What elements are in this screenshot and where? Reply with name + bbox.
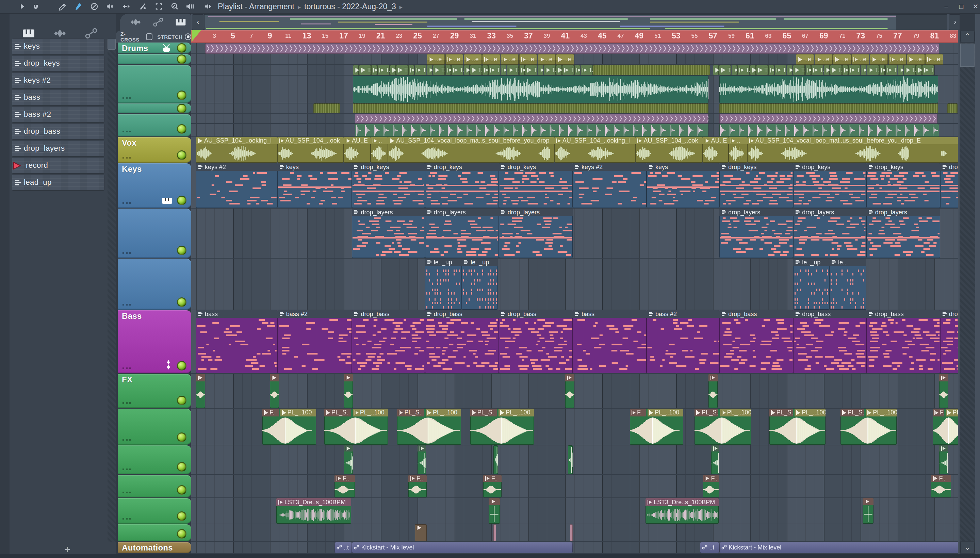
playlist-clip-vox[interactable]: AU_SSP_104_..ook	[277, 137, 344, 162]
track-mute-led[interactable]	[177, 462, 187, 471]
select-brackets-icon[interactable]	[154, 2, 164, 11]
playlist-clip-hit[interactable]	[489, 498, 500, 524]
playlist-clip-tthin[interactable]	[427, 65, 432, 75]
scroll-up-button[interactable]: ⌃	[960, 31, 975, 42]
playlist-clip-midi[interactable]: bass #2	[277, 310, 352, 373]
track-mute-led[interactable]	[177, 485, 187, 495]
playlist-clip-tthin[interactable]	[713, 65, 719, 75]
playlist-clip-olive[interactable]: ..e	[833, 54, 851, 65]
track-header-keys[interactable]: Keys	[118, 163, 191, 208]
playlist-clip-midi[interactable]: bass #2	[647, 310, 719, 373]
playlist-clip-twide[interactable]: T..	[378, 65, 389, 75]
pattern-item-record[interactable]: record	[12, 158, 104, 173]
pattern-item-bass-2[interactable]: bass #2	[12, 107, 104, 122]
vertical-scrollbar-thumb[interactable]	[960, 44, 975, 67]
track-mute-led[interactable]	[177, 511, 187, 521]
playlist-clip-tthin[interactable]	[408, 65, 414, 75]
playlist-clip-riser[interactable]: PL_S.PL_..100	[694, 409, 751, 445]
maximize-button[interactable]: □	[955, 2, 967, 11]
playlist-clip-twide[interactable]: T..	[525, 65, 537, 75]
playlist-clip-olive[interactable]: ..e	[851, 54, 869, 65]
playlist-clip-stripe[interactable]	[947, 103, 957, 113]
playlist-clip-pink[interactable]	[570, 524, 573, 541]
zoom-magnifier-icon[interactable]	[169, 2, 180, 11]
playlist-clip-midi[interactable]: drop_keys	[719, 163, 793, 208]
playlist-clip-midi[interactable]: drop_layers	[793, 208, 866, 258]
playlist-clip-tthin[interactable]	[575, 65, 580, 75]
playlist-clip-fx1[interactable]	[344, 374, 353, 408]
track-header-drums[interactable]: Drums	[118, 43, 191, 53]
playlist-clip-olive[interactable]: ..e	[815, 54, 833, 65]
playlist-clip-stripe[interactable]	[719, 103, 938, 113]
playlist-clip-twide[interactable]: T..	[885, 65, 897, 75]
playlist-clip-olive[interactable]: ..e	[888, 54, 906, 65]
playlist-clip-twide[interactable]: T..	[904, 65, 916, 75]
playlist-clip-riser[interactable]: PL_S.PL_..100	[397, 409, 461, 445]
slip-arrows-icon[interactable]	[121, 2, 131, 11]
playlist-clip-midi[interactable]: drop_layers	[719, 208, 793, 258]
track-mute-led[interactable]	[177, 432, 187, 442]
playlist-clip-vox[interactable]: AU_SSP_104_..ook	[635, 137, 703, 162]
playlist-clip-tthin[interactable]	[916, 65, 922, 75]
playlist-clip-midi[interactable]: drop_keys	[499, 163, 573, 208]
playlist-clip-lead[interactable]: le.._up	[425, 259, 462, 310]
track-header-fx-5[interactable]	[118, 524, 191, 541]
pattern-scrollbar-thumb[interactable]	[108, 39, 116, 50]
playlist-clip-midi[interactable]: drop_keys	[793, 163, 866, 208]
playlist-clip-midi[interactable]: drop_layers	[425, 208, 499, 258]
playlist-clip-tthin[interactable]	[445, 65, 451, 75]
track-header-keys-1[interactable]	[118, 208, 191, 258]
playlist-clip-fx1[interactable]	[708, 374, 717, 408]
playlist-clip-riser[interactable]: F.PL_..100	[630, 409, 683, 445]
track-header-vox[interactable]: Vox	[118, 137, 191, 162]
playlist-clip-midi[interactable]: drop_bass	[940, 310, 958, 373]
playlist-clip-twide[interactable]: T..	[581, 65, 593, 75]
playlist-clip-twide[interactable]: T..	[737, 65, 749, 75]
playlist-clip-fx3[interactable]	[493, 445, 498, 474]
playlist-clip-twide[interactable]: T..	[811, 65, 823, 75]
playlist-clip-olive[interactable]: ..e	[445, 54, 463, 65]
playlist-clip-twide[interactable]: T..	[396, 65, 408, 75]
playlist-clip-tthin[interactable]	[371, 65, 377, 75]
playlist-clip-fx3[interactable]	[939, 445, 948, 474]
track-header-drums-2[interactable]	[118, 65, 191, 103]
pencil-draw-icon[interactable]	[57, 2, 67, 11]
playlist-clip-olive[interactable]: ..e	[556, 54, 574, 65]
playlist-clip-olive[interactable]: ..e	[482, 54, 500, 65]
playlist-clip-midi[interactable]: drop_bass	[352, 310, 425, 373]
patterns-tab[interactable]	[20, 26, 40, 40]
track-mute-led[interactable]	[177, 529, 187, 538]
playlist-clip-midi[interactable]: bass	[196, 310, 277, 373]
pattern-item-drop-bass[interactable]: drop_bass	[12, 124, 104, 139]
pattern-item-bass[interactable]: bass	[12, 90, 104, 105]
playlist-clip-midi[interactable]: drop_bass	[793, 310, 866, 373]
playlist-clip-kick[interactable]	[355, 124, 708, 137]
playlist-clip-auto[interactable]: ..t	[700, 542, 719, 553]
playlist-clip-twide[interactable]: T..	[830, 65, 842, 75]
clip-tab-link-nodes-icon[interactable]	[151, 16, 167, 29]
pattern-item-drop-layers[interactable]: drop_layers	[12, 141, 104, 156]
track-mute-led[interactable]	[177, 124, 187, 134]
playlist-clip-twide[interactable]: T..	[775, 65, 786, 75]
playlist-clip-twide[interactable]: T..	[470, 65, 482, 75]
playlist-clip-olive[interactable]: ..e	[538, 54, 556, 65]
playlist-clip-wave[interactable]	[719, 75, 938, 103]
track-header-drums-4[interactable]	[118, 114, 191, 136]
playlist-clip-tthin[interactable]	[556, 65, 562, 75]
playlist-clip-tthin[interactable]	[898, 65, 903, 75]
playlist-clip-midi[interactable]: drop_layers	[352, 208, 425, 258]
playlist-clip-fx3[interactable]	[344, 445, 353, 474]
playlist-clip-vox[interactable]: ..	[371, 137, 388, 162]
track-header-drums-3[interactable]	[118, 103, 191, 113]
playlist-clip-loop[interactable]: LST3_Dre..s_100BPM	[645, 498, 718, 524]
playlist-clip-riser[interactable]: F.PL_..1	[933, 409, 958, 445]
track-header-fx[interactable]: FX	[118, 374, 191, 408]
playlist-clip-lead[interactable]: le.._up	[462, 259, 498, 310]
playlist-clip-vox[interactable]: AU..E	[703, 137, 729, 162]
playlist-clip-tthin[interactable]	[879, 65, 885, 75]
playlist-clip-midi[interactable]: keys #2	[573, 163, 647, 208]
playlist-clip-tthin[interactable]	[538, 65, 543, 75]
playlist-clip-midi[interactable]: bass	[573, 310, 647, 373]
playlist-clip-loop[interactable]: LST3_Dre..s_100BPM	[276, 498, 351, 524]
audio-tab[interactable]	[51, 26, 71, 40]
